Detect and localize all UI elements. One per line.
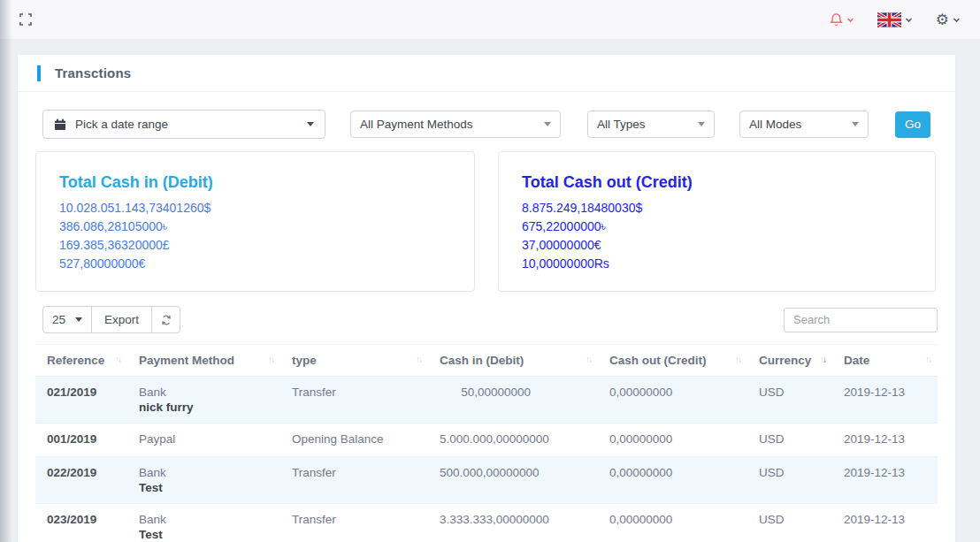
cash-in-amount: 386.086,28105000৳ <box>59 218 451 236</box>
column-header[interactable]: ↑↓ Currency <box>747 345 832 377</box>
cell-currency: USD <box>747 457 832 504</box>
payment-method-detail: nick furry <box>139 401 273 414</box>
types-select[interactable]: All Types <box>587 111 715 138</box>
fullscreen-icon <box>19 13 32 26</box>
refresh-button[interactable] <box>151 306 180 333</box>
column-header[interactable]: ↑↓ Cash out (Credit) <box>598 345 747 377</box>
cell-reference: 001/2019 <box>35 424 127 457</box>
chevron-down-icon <box>905 16 913 24</box>
cell-type: Opening Balance <box>280 424 428 457</box>
cash-out-amount: 37,00000000€ <box>522 236 912 255</box>
column-header[interactable]: ↑↓ type <box>280 345 428 377</box>
column-header[interactable]: ↑↓ Reference <box>35 345 127 377</box>
cell-cash-out: 0,00000000 <box>598 457 747 504</box>
sort-icon[interactable]: ↑↓ <box>820 355 825 364</box>
payment-methods-value: All Payment Methods <box>360 118 473 131</box>
modes-value: All Modes <box>749 118 801 131</box>
cell-payment-method: Bank nick furry <box>127 377 280 424</box>
cell-payment-method: Bank Test <box>127 504 280 542</box>
table-controls: 25 Export <box>18 292 955 344</box>
fullscreen-button[interactable] <box>19 13 32 26</box>
caret-down-icon <box>75 317 82 322</box>
cell-cash-out: 0,00000000 <box>598 424 747 457</box>
sort-icon[interactable]: ↑↓ <box>735 355 740 364</box>
summary-cards: Total Cash in (Debit) 10.028.051.143,734… <box>18 151 955 292</box>
cash-in-amount: 10.028.051.143,73401260$ <box>59 199 451 218</box>
types-value: All Types <box>597 118 646 131</box>
page-size-select[interactable]: 25 <box>42 306 92 333</box>
chevron-down-icon <box>846 16 854 24</box>
payment-method-detail: Test <box>139 528 273 541</box>
settings-menu[interactable]: ⚙ <box>936 12 961 27</box>
cell-date: 2019-12-13 <box>832 377 938 424</box>
sort-icon[interactable]: ↑↓ <box>925 355 930 364</box>
column-header[interactable]: ↑↓ Date <box>832 345 938 377</box>
filters-bar: Pick a date range All Payment Methods Al… <box>18 92 955 151</box>
sort-icon[interactable]: ↑↓ <box>268 355 273 364</box>
cash-out-title: Total Cash out (Credit) <box>522 173 912 192</box>
table-body: 021/2019 Bank nick furry Transfer 50,000… <box>35 377 938 542</box>
cash-out-amount: 10,00000000Rs <box>522 255 912 273</box>
cell-date: 2019-12-13 <box>832 424 938 457</box>
cell-date: 2019-12-13 <box>832 457 938 504</box>
payment-method-name: Bank <box>139 466 273 479</box>
transactions-panel: Transctions Pick a date range All Paymen… <box>18 55 955 542</box>
cash-out-amount: 675,22000000৳ <box>522 218 912 236</box>
cell-cash-in: 3.333.333,00000000 <box>428 504 598 542</box>
date-range-value: Pick a date range <box>75 118 298 131</box>
search-input[interactable] <box>784 308 938 332</box>
chevron-down-icon <box>953 16 961 24</box>
cash-in-card: Total Cash in (Debit) 10.028.051.143,734… <box>35 151 475 292</box>
table-row[interactable]: 001/2019 Paypal Opening Balance 5.000.00… <box>35 424 938 457</box>
cash-in-values: 10.028.051.143,73401260$386.086,28105000… <box>59 199 451 273</box>
cell-currency: USD <box>747 424 832 457</box>
table-actions-group: 25 Export <box>42 306 180 333</box>
table-row[interactable]: 021/2019 Bank nick furry Transfer 50,000… <box>35 377 938 424</box>
payment-method-name: Bank <box>139 386 273 399</box>
cash-in-title: Total Cash in (Debit) <box>59 173 451 192</box>
cell-cash-out: 0,00000000 <box>598 377 747 424</box>
bell-icon <box>830 12 843 27</box>
cell-reference: 023/2019 <box>35 504 127 542</box>
table-row[interactable]: 022/2019 Bank Test Transfer 500.000,0000… <box>35 457 938 504</box>
cell-reference: 021/2019 <box>35 377 127 424</box>
sort-icon[interactable]: ↑↓ <box>416 355 421 364</box>
uk-flag-icon <box>877 12 901 27</box>
caret-down-icon <box>544 122 551 126</box>
export-button[interactable]: Export <box>91 306 152 333</box>
modes-select[interactable]: All Modes <box>739 111 869 138</box>
cell-cash-in: 50,00000000 <box>428 377 598 424</box>
cell-reference: 022/2019 <box>35 457 127 504</box>
cell-currency: USD <box>747 377 832 424</box>
language-menu[interactable] <box>877 12 913 27</box>
payment-method-detail: Test <box>139 481 273 494</box>
cell-type: Transfer <box>280 377 428 424</box>
cash-in-amount: 527,80000000€ <box>59 255 451 273</box>
date-range-picker[interactable]: Pick a date range <box>42 110 325 139</box>
column-header[interactable]: ↑↓ Payment Method <box>127 345 280 377</box>
page-size-value: 25 <box>52 313 65 326</box>
gear-icon: ⚙ <box>936 12 949 27</box>
table-row[interactable]: 023/2019 Bank Test Transfer 3.333.333,00… <box>35 504 938 542</box>
go-button[interactable]: Go <box>895 111 930 138</box>
cell-cash-in: 5.000.000,00000000 <box>428 424 598 457</box>
page-title: Transctions <box>55 65 131 80</box>
refresh-icon <box>160 314 172 326</box>
caret-down-icon <box>852 122 859 126</box>
notifications-menu[interactable] <box>830 12 854 27</box>
cash-out-values: 8.875.249,18480030$675,22000000৳37,00000… <box>522 199 912 273</box>
sort-icon[interactable]: ↑↓ <box>586 355 591 364</box>
column-header[interactable]: ↑↓ Cash in (Debit) <box>428 345 598 377</box>
cell-type: Transfer <box>280 504 428 542</box>
payment-method-name: Paypal <box>139 432 273 446</box>
cash-out-card: Total Cash out (Credit) 8.875.249,184800… <box>498 151 936 292</box>
sort-icon[interactable]: ↑↓ <box>115 355 120 364</box>
payment-methods-select[interactable]: All Payment Methods <box>350 111 561 138</box>
payment-method-name: Bank <box>139 513 273 526</box>
caret-down-icon <box>307 122 314 126</box>
cell-cash-in: 500.000,00000000 <box>428 457 598 504</box>
cell-payment-method: Paypal <box>127 424 280 457</box>
table-header-row: ↑↓ Reference ↑↓ Payment Method ↑↓ type ↑… <box>35 345 938 377</box>
cell-currency: USD <box>747 504 832 542</box>
cell-date: 2019-12-13 <box>832 504 938 542</box>
